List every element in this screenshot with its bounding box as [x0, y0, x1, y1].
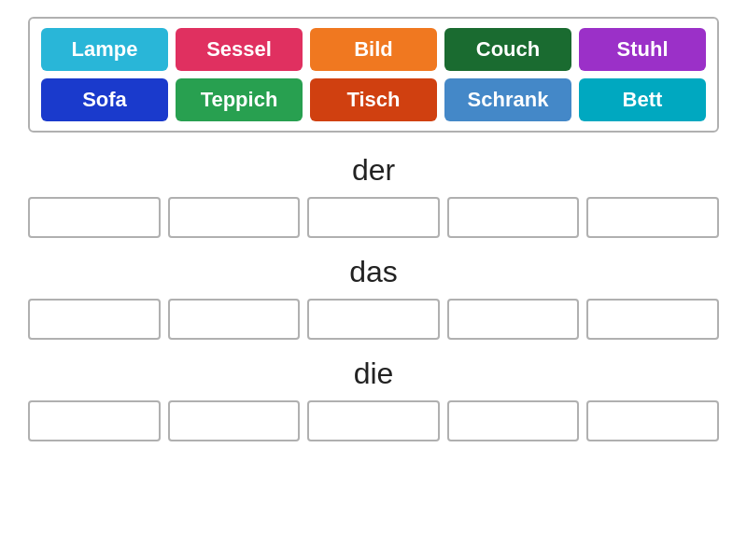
- word-tile-lampe[interactable]: Lampe: [41, 28, 168, 71]
- drop-box-der-0[interactable]: [28, 197, 161, 238]
- section-der: der: [28, 153, 719, 238]
- section-label-die: die: [28, 357, 719, 391]
- drop-box-die-1[interactable]: [168, 400, 301, 441]
- word-tile-sessel[interactable]: Sessel: [176, 28, 303, 71]
- section-die: die: [28, 357, 719, 441]
- drop-row-das: [28, 299, 719, 340]
- drop-box-das-4[interactable]: [586, 299, 719, 340]
- drop-box-der-2[interactable]: [307, 197, 440, 238]
- drop-box-der-4[interactable]: [586, 197, 719, 238]
- drop-box-das-0[interactable]: [28, 299, 161, 340]
- word-tile-tisch[interactable]: Tisch: [310, 78, 437, 121]
- word-tile-couch[interactable]: Couch: [444, 28, 571, 71]
- drop-box-die-3[interactable]: [447, 400, 580, 441]
- word-bank: LampeSesselBildCouchStuhlSofaTeppichTisc…: [28, 17, 719, 133]
- word-tile-bett[interactable]: Bett: [579, 78, 706, 121]
- sections-container: derdasdie: [28, 153, 719, 458]
- drop-row-die: [28, 400, 719, 441]
- section-label-das: das: [28, 255, 719, 289]
- drop-box-das-1[interactable]: [168, 299, 301, 340]
- drop-box-die-2[interactable]: [307, 400, 440, 441]
- drop-box-das-3[interactable]: [447, 299, 580, 340]
- word-tile-teppich[interactable]: Teppich: [176, 78, 303, 121]
- drop-row-der: [28, 197, 719, 238]
- word-tile-schrank[interactable]: Schrank: [444, 78, 571, 121]
- drop-box-der-3[interactable]: [447, 197, 580, 238]
- page-container: LampeSesselBildCouchStuhlSofaTeppichTisc…: [0, 0, 747, 560]
- section-das: das: [28, 255, 719, 340]
- word-tile-bild[interactable]: Bild: [310, 28, 437, 71]
- section-label-der: der: [28, 153, 719, 188]
- word-tile-stuhl[interactable]: Stuhl: [579, 28, 706, 71]
- drop-box-die-4[interactable]: [586, 400, 719, 441]
- drop-box-der-1[interactable]: [168, 197, 301, 238]
- word-tile-sofa[interactable]: Sofa: [41, 78, 168, 121]
- drop-box-das-2[interactable]: [307, 299, 440, 340]
- drop-box-die-0[interactable]: [28, 400, 161, 441]
